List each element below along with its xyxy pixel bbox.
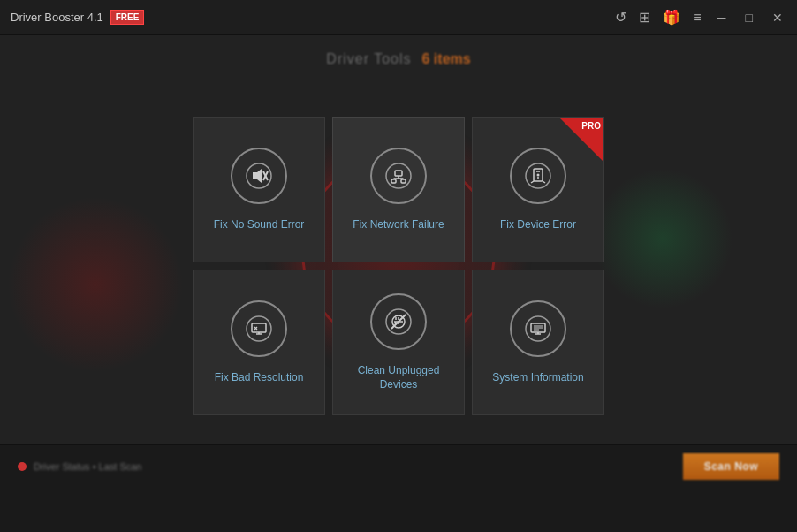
page-header: Driver Tools 6 items: [326, 51, 470, 67]
svg-line-16: [543, 181, 545, 183]
system-info-label: System Information: [485, 371, 590, 385]
bottom-status-text: Driver Status • Last Scan: [34, 461, 141, 472]
bottom-bar: Driver Status • Last Scan Scan Now: [0, 444, 797, 488]
svg-marker-1: [253, 169, 262, 183]
scan-now-button[interactable]: Scan Now: [683, 453, 779, 480]
fix-no-sound-icon-circle: [231, 148, 287, 204]
svg-rect-5: [395, 171, 402, 176]
svg-rect-18: [252, 323, 266, 332]
tool-card-system-information[interactable]: System Information: [472, 270, 604, 415]
archive-icon[interactable]: ⊞: [639, 9, 650, 26]
fix-resolution-label: Fix Bad Resolution: [208, 371, 311, 385]
fix-network-label: Fix Network Failure: [345, 218, 451, 232]
fix-device-label: Fix Device Error: [493, 218, 583, 232]
pro-badge-text: PRO: [581, 122, 601, 131]
menu-icon[interactable]: ≡: [693, 10, 701, 26]
clean-unplugged-icon-circle: [370, 293, 427, 350]
unplug-icon: [385, 308, 412, 335]
bg-glow-right: [592, 168, 733, 309]
tool-card-fix-no-sound[interactable]: Fix No Sound Error: [193, 117, 325, 262]
title-bar-left: Driver Booster 4.1 FREE: [11, 10, 144, 25]
svg-point-31: [526, 316, 550, 341]
network-icon: [385, 163, 412, 189]
svg-point-13: [537, 173, 540, 176]
restore-icon[interactable]: ↺: [615, 9, 626, 26]
page-title: Driver Tools: [326, 51, 411, 67]
tool-card-clean-unplugged[interactable]: Clean Unplugged Devices: [332, 270, 465, 415]
clean-unplugged-label: Clean Unplugged Devices: [333, 364, 464, 391]
title-bar-controls: ↺ ⊞ 🎁 ≡ ─ □ ✕: [615, 9, 786, 27]
bg-glow-left: [7, 196, 184, 373]
tool-card-fix-network-failure[interactable]: Fix Network Failure: [332, 117, 465, 262]
maximize-button[interactable]: □: [742, 9, 756, 27]
svg-rect-7: [401, 179, 406, 183]
close-button[interactable]: ✕: [769, 9, 786, 27]
free-badge: FREE: [110, 10, 145, 25]
page-title-count: 6 items: [422, 51, 471, 67]
fix-no-sound-label: Fix No Sound Error: [207, 218, 312, 232]
fix-resolution-icon-circle: [231, 300, 287, 357]
tools-grid: Fix No Sound Error Fix Network Failure P…: [193, 117, 604, 415]
fix-network-icon-circle: [370, 148, 427, 204]
tool-card-fix-bad-resolution[interactable]: Fix Bad Resolution: [193, 270, 325, 415]
system-info-icon-circle: [510, 300, 566, 357]
minimize-button[interactable]: ─: [714, 9, 730, 27]
system-info-icon: [525, 315, 551, 342]
status-dot-red: [18, 462, 27, 471]
sound-icon: [246, 163, 272, 189]
device-error-icon: [525, 163, 551, 189]
svg-line-15: [531, 181, 534, 183]
svg-point-17: [247, 316, 271, 341]
bottom-status-area: Driver Status • Last Scan: [18, 461, 141, 472]
app-title: Driver Booster 4.1: [11, 11, 103, 24]
gift-icon[interactable]: 🎁: [663, 9, 680, 26]
fix-device-icon-circle: [510, 148, 566, 204]
title-bar: Driver Booster 4.1 FREE ↺ ⊞ 🎁 ≡ ─ □ ✕: [0, 0, 797, 35]
svg-rect-6: [391, 179, 396, 183]
tool-card-fix-device-error[interactable]: PRO Fix Device Error: [472, 117, 604, 262]
resolution-icon: [246, 315, 272, 342]
main-content: Driver Tools 6 items Fix No Sound Error: [0, 35, 797, 488]
